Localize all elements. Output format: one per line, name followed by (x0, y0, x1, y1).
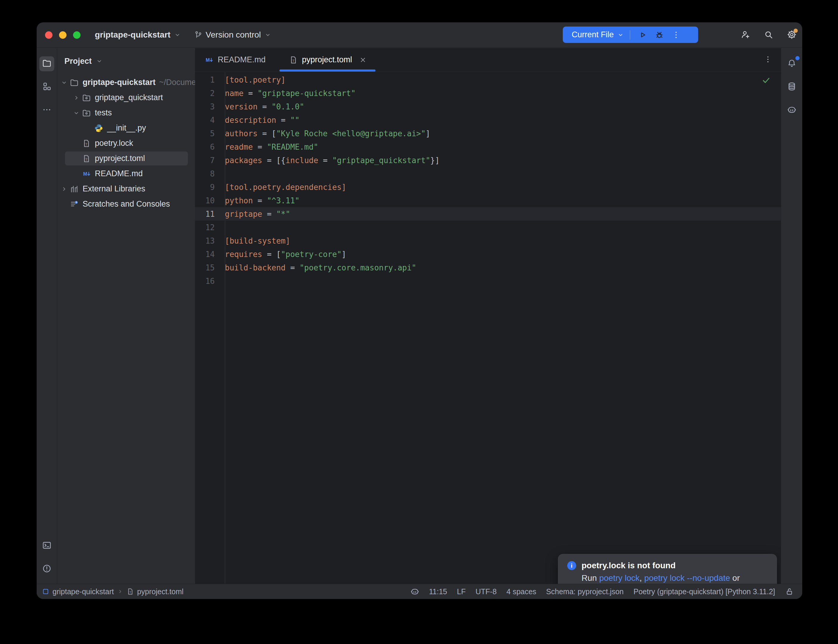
run-button[interactable] (634, 30, 651, 39)
project-tool-button[interactable] (39, 56, 54, 71)
status-caret-position[interactable]: 11:15 (429, 587, 447, 596)
tab-options-button[interactable] (764, 48, 772, 72)
tree-item-tests[interactable]: tests (57, 105, 195, 120)
code-line-7[interactable]: 7packages = [{include = "griptape_quicks… (195, 154, 781, 167)
status-widgets: 11:15LFUTF-84 spacesSchema: pyproject.js… (410, 587, 794, 596)
tree-item-poetry-lock[interactable]: [T]poetry.lock (57, 136, 195, 151)
chevron-down-icon (617, 31, 624, 39)
structure-icon (42, 82, 52, 92)
tree-item-scratches-and-consoles[interactable]: Scratches and Consoles (57, 197, 195, 212)
folder-src-icon (81, 93, 92, 102)
svg-text:[T]: [T] (84, 158, 89, 161)
markdown-icon: M (81, 169, 92, 178)
ai-assistant-tool-button[interactable] (784, 103, 799, 118)
close-window-button[interactable] (45, 31, 53, 39)
status-line-ending[interactable]: LF (457, 587, 465, 596)
search-everywhere-button[interactable] (764, 30, 774, 41)
run-more-actions-button[interactable] (668, 30, 684, 39)
code-line-text: readme = "README.md" (225, 143, 318, 151)
notification-text: or (730, 573, 740, 583)
run-config-selector[interactable]: Current File (572, 30, 614, 39)
project-switcher[interactable]: griptape-quickstart (95, 30, 181, 39)
title-bar: griptape-quickstart Version control Curr… (37, 22, 802, 48)
line-number: 3 (195, 102, 225, 111)
more-tool-windows-button[interactable] (39, 103, 54, 118)
main-area: Project griptape-quickstart~/Documegript… (37, 48, 802, 599)
code-line-4[interactable]: 4description = "" (195, 113, 781, 127)
code-line-10[interactable]: 10python = "^3.11" (195, 194, 781, 207)
tree-item-griptape-quickstart[interactable]: griptape-quickstart~/Docume (57, 75, 195, 90)
tree-item-label: poetry.lock (95, 139, 133, 148)
tree-item-external-libraries[interactable]: External Libraries (57, 181, 195, 197)
project-panel-header[interactable]: Project (57, 48, 195, 74)
tree-item-readme-md[interactable]: MREADME.md (57, 166, 195, 181)
code-with-me-button[interactable] (740, 30, 750, 41)
tree-item-pyproject-toml[interactable]: [T]pyproject.toml (57, 151, 195, 166)
copilot-status-icon[interactable] (410, 587, 419, 596)
minimize-window-button[interactable] (59, 31, 66, 39)
code-line-16[interactable]: 16 (195, 274, 781, 288)
code-line-text: [build-system] (225, 237, 290, 245)
code-line-text: authors = ["Kyle Roche <hello@griptape.a… (225, 129, 431, 138)
status-encoding[interactable]: UTF-8 (475, 587, 496, 596)
link-poetry-lock[interactable]: poetry lock (599, 573, 639, 583)
tab-readme[interactable]: M README.md (199, 48, 271, 72)
debug-button[interactable] (651, 30, 668, 39)
chevron-down-icon (59, 79, 69, 87)
structure-tool-button[interactable] (39, 80, 54, 95)
code-line-8[interactable]: 8 (195, 167, 781, 181)
unlock-icon[interactable] (785, 587, 794, 596)
code-line-6[interactable]: 6readme = "README.md" (195, 140, 781, 154)
tree-item-init-py[interactable]: __init__.py (57, 120, 195, 136)
svg-text:M: M (206, 57, 210, 62)
code-line-2[interactable]: 2name = "griptape-quickstart" (195, 87, 781, 100)
breadcrumb-project[interactable]: griptape-quickstart (53, 587, 114, 596)
terminal-tool-button[interactable] (39, 539, 54, 554)
code-line-9[interactable]: 9[tool.poetry.dependencies] (195, 181, 781, 194)
vcs-widget[interactable]: Version control (194, 30, 272, 39)
code-line-text: requires = ["poetry-core"] (225, 250, 346, 259)
chevron-right-icon (117, 588, 123, 595)
settings-button[interactable] (787, 30, 797, 41)
editor-tab-bar: M README.md [T] pyproject.toml (195, 48, 781, 72)
line-number: 6 (195, 143, 225, 151)
tree-item-label: Scratches and Consoles (82, 199, 170, 209)
chevron-down-icon (174, 31, 181, 39)
code-line-3[interactable]: 3version = "0.1.0" (195, 100, 781, 113)
code-line-14[interactable]: 14requires = ["poetry-core"] (195, 248, 781, 261)
folder-icon (69, 78, 79, 87)
code-line-12[interactable]: 12 (195, 221, 781, 234)
code-line-text: python = "^3.11" (225, 196, 299, 205)
project-switcher-label: griptape-quickstart (95, 30, 171, 39)
line-number: 2 (195, 89, 225, 98)
toml-icon: [T] (81, 139, 92, 148)
notifications-tool-button[interactable] (784, 56, 799, 71)
close-tab-button[interactable] (359, 56, 366, 64)
code-line-5[interactable]: 5authors = ["Kyle Roche <hello@griptape.… (195, 127, 781, 140)
database-tool-button[interactable] (784, 80, 799, 95)
tab-pyproject[interactable]: [T] pyproject.toml (279, 48, 375, 72)
tab-label: pyproject.toml (302, 55, 352, 64)
code-line-15[interactable]: 15build-backend = "poetry.core.masonry.a… (195, 261, 781, 274)
toml-file-icon: [T] (127, 588, 134, 595)
notification-title: poetry.lock is not found (582, 561, 675, 570)
database-icon (787, 82, 797, 92)
tree-item-griptape-quickstart[interactable]: griptape_quickstart (57, 90, 195, 105)
zoom-window-button[interactable] (73, 31, 81, 39)
code-line-1[interactable]: 1[tool.poetry] (195, 73, 781, 87)
status-interpreter[interactable]: Poetry (griptape-quickstart) [Python 3.1… (633, 587, 775, 596)
code-editor[interactable]: 1[tool.poetry]2name = "griptape-quicksta… (195, 72, 781, 599)
right-tool-stripe (781, 48, 802, 599)
tree-item-label: pyproject.toml (95, 154, 145, 163)
code-line-11[interactable]: 11griptape = "*" (195, 207, 781, 221)
toml-icon: [T] (81, 154, 92, 163)
tab-label: README.md (218, 55, 266, 64)
status-indent[interactable]: 4 spaces (506, 587, 536, 596)
breadcrumb-file[interactable]: pyproject.toml (137, 587, 184, 596)
problems-tool-button[interactable] (39, 562, 54, 577)
status-schema[interactable]: Schema: pyproject.json (546, 587, 624, 596)
code-line-13[interactable]: 13[build-system] (195, 234, 781, 248)
link-poetry-lock-no-update[interactable]: poetry lock --no-update (644, 573, 730, 583)
code-line-text: packages = [{include = "griptape_quickst… (225, 156, 440, 165)
tree-item-label: griptape-quickstart (82, 78, 156, 87)
